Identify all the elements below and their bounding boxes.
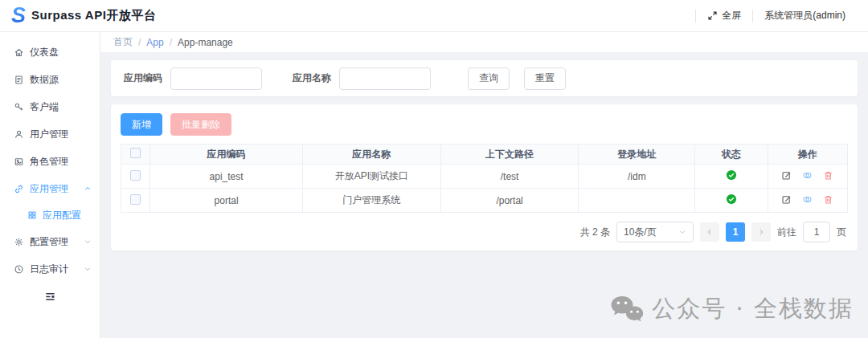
secret-key-icon[interactable] [802, 194, 813, 205]
cell-app-name: 门户管理系统 [302, 189, 440, 213]
col-header-login: 登录地址 [579, 145, 695, 165]
delete-icon[interactable] [823, 194, 833, 205]
sidebar: 仪表盘 数据源 客户端 用户管理 角色管理 应用管理 应用配置 配置管理 日志审… [0, 32, 100, 338]
cell-app-code: portal [150, 189, 303, 213]
page-size-select[interactable]: 10条/页 [616, 222, 694, 242]
row-checkbox[interactable] [130, 170, 141, 181]
secret-key-icon[interactable] [802, 170, 813, 181]
sidebar-item-users[interactable]: 用户管理 [0, 120, 100, 148]
sidebar-item-label: 角色管理 [30, 155, 92, 169]
pagination: 共 2 条 10条/页 1 前往 页 [121, 222, 848, 242]
sidebar-item-config-manage[interactable]: 配置管理 [0, 228, 100, 255]
main-content: 首页 / App / App-manage 应用编码 应用名称 查询 重置 新增… [100, 32, 868, 338]
app-table: 应用编码 应用名称 上下文路径 登录地址 状态 操作 api_test 开放AP… [121, 144, 848, 213]
chevron-up-icon [84, 185, 92, 193]
total-count-label: 共 2 条 [580, 226, 610, 239]
cell-app-name: 开放API测试接口 [302, 165, 440, 189]
prev-page-button[interactable] [700, 222, 719, 242]
select-all-header [121, 145, 150, 165]
table-panel: 新增 批量删除 应用编码 应用名称 上下文路径 登录地址 状态 操作 api_t… [111, 104, 858, 250]
row-checkbox[interactable] [130, 194, 141, 205]
query-button[interactable]: 查询 [468, 67, 510, 90]
app-logo: S [11, 5, 26, 26]
clock-icon [14, 264, 24, 275]
cell-context-path: /test [440, 165, 579, 189]
edit-icon[interactable] [781, 194, 792, 205]
sidebar-item-label: 配置管理 [30, 235, 78, 249]
cell-login-url: /idm [579, 165, 695, 189]
breadcrumb-current: App-manage [178, 37, 233, 48]
sidebar-item-label: 客户端 [30, 100, 92, 114]
role-icon [14, 157, 24, 167]
cell-app-code: api_test [150, 165, 303, 189]
page-number-button[interactable]: 1 [726, 222, 745, 242]
search-panel: 应用编码 应用名称 查询 重置 [111, 60, 858, 96]
sidebar-item-log-audit[interactable]: 日志审计 [0, 255, 100, 283]
watermark: 公众号 · 全栈数据 [610, 293, 854, 325]
gear-icon [14, 237, 24, 247]
cell-login-url [579, 189, 695, 213]
app-name-input[interactable] [339, 67, 431, 90]
fullscreen-label: 全屏 [722, 9, 741, 22]
top-header: S Surpass API开放平台 全屏 系统管理员(admin) [0, 0, 868, 32]
key-icon [14, 102, 24, 112]
sidebar-item-roles[interactable]: 角色管理 [0, 148, 100, 175]
sidebar-collapse-button[interactable] [0, 291, 100, 303]
grid-icon [27, 210, 37, 220]
sidebar-item-datasource[interactable]: 数据源 [0, 66, 100, 93]
page-unit-label: 页 [837, 226, 846, 239]
sidebar-item-label: 仪表盘 [30, 46, 92, 59]
breadcrumb-separator: / [170, 37, 172, 48]
app-code-label: 应用编码 [124, 71, 162, 85]
link-icon [14, 184, 24, 194]
sidebar-item-label: 应用配置 [43, 209, 92, 222]
batch-delete-button[interactable]: 批量删除 [170, 113, 231, 136]
col-header-path: 上下文路径 [440, 145, 579, 165]
sidebar-item-label: 用户管理 [30, 128, 92, 141]
col-header-name: 应用名称 [302, 145, 440, 165]
sidebar-item-dashboard[interactable]: 仪表盘 [0, 39, 100, 66]
header-right: 全屏 系统管理员(admin) [695, 10, 857, 22]
page-size-value: 10条/页 [624, 226, 657, 239]
breadcrumb-home[interactable]: 首页 [113, 35, 133, 49]
status-enabled-icon [726, 169, 737, 181]
document-icon [14, 75, 24, 85]
delete-icon[interactable] [823, 170, 833, 181]
fullscreen-icon [707, 10, 718, 21]
breadcrumb-app[interactable]: App [146, 37, 163, 48]
table-row: api_test 开放API测试接口 /test /idm [121, 165, 848, 189]
sidebar-item-label: 应用管理 [30, 182, 78, 196]
chevron-down-icon [678, 228, 686, 236]
col-header-status: 状态 [695, 145, 768, 165]
sidebar-item-client[interactable]: 客户端 [0, 93, 100, 120]
app-code-input[interactable] [170, 67, 262, 90]
breadcrumb: 首页 / App / App-manage [100, 32, 868, 52]
select-all-checkbox[interactable] [130, 148, 141, 158]
table-row: portal 门户管理系统 /portal [121, 189, 848, 213]
wechat-icon [610, 295, 644, 324]
user-icon [14, 129, 24, 140]
chevron-right-icon [757, 228, 765, 236]
user-label: 系统管理员(admin) [764, 9, 845, 22]
reset-button[interactable]: 重置 [524, 67, 566, 90]
next-page-button[interactable] [751, 222, 771, 242]
col-header-action: 操作 [768, 145, 848, 165]
home-icon [14, 47, 24, 58]
col-header-code: 应用编码 [150, 145, 303, 165]
add-button[interactable]: 新增 [121, 113, 162, 136]
watermark-text: 公众号 · 全栈数据 [652, 293, 854, 325]
chevron-left-icon [706, 228, 714, 236]
cell-context-path: /portal [440, 189, 579, 213]
status-enabled-icon [726, 193, 737, 205]
chevron-down-icon [84, 238, 92, 246]
chevron-down-icon [84, 265, 92, 273]
fullscreen-button[interactable]: 全屏 [695, 10, 752, 22]
sidebar-item-label: 数据源 [30, 73, 92, 87]
sidebar-item-app-manage[interactable]: 应用管理 [0, 175, 100, 202]
user-menu[interactable]: 系统管理员(admin) [752, 10, 857, 22]
breadcrumb-separator: / [138, 37, 141, 48]
sidebar-item-label: 日志审计 [30, 263, 78, 276]
goto-page-input[interactable] [803, 222, 830, 242]
edit-icon[interactable] [781, 170, 792, 181]
sidebar-item-app-config[interactable]: 应用配置 [0, 202, 100, 228]
